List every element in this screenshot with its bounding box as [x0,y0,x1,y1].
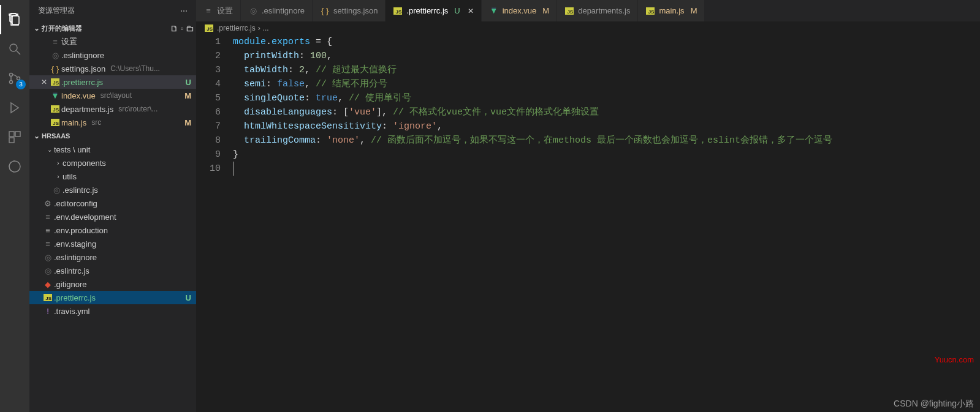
git-status: M [184,91,196,100]
sidebar: 资源管理器 ⋯ ⌄ 打开的编辑器 🗋 ▫ 🗀 ≡设置◎.eslintignore… [29,0,196,412]
braces-icon: { } [320,6,330,15]
folder-item[interactable]: ›components [29,156,196,170]
open-editor-item[interactable]: ◎.eslintignore [29,48,196,62]
svg-rect-9 [9,138,14,143]
extensions-icon[interactable] [0,122,29,152]
chevron-down-icon: ⌄ [45,146,54,153]
editor-tabs: ≡设置◎.eslintignore{ }settings.jsonJS.pret… [196,0,980,21]
explorer-icon[interactable] [0,5,29,34]
watermark: CSDN @fighting小路 [894,399,974,410]
circle-icon: ◎ [42,253,54,262]
file-item[interactable]: ≡.env.staging [29,237,196,250]
workspace-tree: ⌄tests \ unit›components›utils◎.eslintrc… [29,143,196,318]
open-editor-item[interactable]: JSdepartments.jssrc\router\... [29,102,196,116]
svg-rect-8 [15,132,20,137]
git-icon: ◆ [42,280,54,289]
svg-point-5 [10,81,13,84]
editor-tab[interactable]: JSmain.jsM [638,0,705,21]
js-icon: JS [42,294,54,301]
vue-icon: ▼ [49,91,61,100]
file-item[interactable]: ⚙.editorconfig [29,197,196,210]
file-label: settings.json [61,64,105,73]
folder-item[interactable]: ⌄tests \ unit [29,143,196,156]
file-item[interactable]: JS.prettierrc.jsU [29,291,196,304]
open-editors-list: ≡设置◎.eslintignore{ }settings.jsonC:\User… [29,35,196,129]
sidebar-title: 资源管理器 [38,6,75,16]
code-content[interactable]: module.exports = { printWidth: 100, tabW… [233,35,980,412]
git-status: M [184,118,196,127]
open-editor-item[interactable]: ≡设置 [29,35,196,48]
file-icon: ≡ [42,212,54,222]
open-editors-actions[interactable]: 🗋 ▫ 🗀 [170,24,194,33]
svg-rect-1 [12,16,19,24]
editor-tab[interactable]: ≡设置 [196,0,241,21]
chevron-down-icon: ⌄ [32,132,42,140]
editor-tab[interactable]: ▼index.vueM [482,0,558,21]
file-item[interactable]: ◎.eslintignore [29,250,196,264]
circle-icon: ◎ [248,6,258,15]
testing-icon[interactable] [0,152,29,181]
chevron-right-icon: › [54,160,63,167]
js-icon: JS [564,7,574,15]
file-item[interactable]: ≡.env.development [29,210,196,223]
watermark: Yuucn.com [935,355,974,364]
svg-line-3 [17,51,20,54]
activity-bar: 3 [0,0,29,412]
js-icon: JS [205,24,213,32]
gear-icon: ⚙ [42,199,54,208]
settings-icon: ≡ [203,6,213,15]
git-status: U [186,78,196,87]
line-numbers: 12345678910 [196,35,233,412]
file-item[interactable]: !.travis.yml [29,304,196,318]
file-label: .eslintignore [61,51,104,60]
svg-point-2 [10,44,17,51]
editor-tab[interactable]: JS.prettierrc.jsU✕ [386,0,481,21]
file-item[interactable]: ◎.eslintrc.js [29,183,196,197]
svg-rect-7 [9,132,14,137]
svg-point-4 [10,73,13,77]
chevron-right-icon: › [54,173,63,180]
file-label: main.js [61,118,86,127]
open-editor-item[interactable]: ✕JS.prettierrc.jsU [29,75,196,89]
braces-icon: { } [49,64,61,73]
js-icon: JS [393,7,403,15]
editor-area: ≡设置◎.eslintignore{ }settings.jsonJS.pret… [196,0,980,412]
run-debug-icon[interactable] [0,93,29,122]
js-icon: JS [49,78,61,86]
breadcrumb[interactable]: JS .prettierrc.js › ... [196,21,980,35]
open-editor-item[interactable]: ▼index.vuesrc\layoutM [29,89,196,102]
open-editors-header[interactable]: ⌄ 打开的编辑器 🗋 ▫ 🗀 [29,21,196,35]
editor-tab[interactable]: JSdepartments.js [557,0,638,21]
folder-item[interactable]: ›utils [29,170,196,183]
more-icon[interactable]: ⋯ [180,7,188,15]
workspace-header[interactable]: ⌄ HRSAAS [29,129,196,143]
js-icon: JS [645,7,655,15]
sidebar-header: 资源管理器 ⋯ [29,0,196,21]
search-icon[interactable] [0,34,29,64]
open-editor-item[interactable]: { }settings.jsonC:\Users\Thu... [29,62,196,75]
editor-tab[interactable]: { }settings.json [313,0,386,21]
file-item[interactable]: ≡.env.production [29,223,196,237]
scm-badge: 3 [16,80,26,89]
open-editor-item[interactable]: JSmain.jssrcM [29,116,196,129]
file-item[interactable]: ◆.gitignore [29,277,196,291]
file-label: departments.js [61,105,113,114]
chevron-down-icon: ⌄ [32,24,42,32]
file-icon: ≡ [42,226,54,235]
code-editor[interactable]: 12345678910 module.exports = { printWidt… [196,35,980,412]
vue-icon: ▼ [489,6,499,15]
file-item[interactable]: ◎.eslintrc.js [29,264,196,277]
editor-tab[interactable]: ◎.eslintignore [241,0,313,21]
close-icon[interactable]: ✕ [39,78,49,86]
source-control-icon[interactable]: 3 [0,64,29,93]
file-label: 设置 [61,36,77,47]
git-status: U [186,293,196,302]
bang-icon: ! [42,307,54,316]
file-label: .prettierrc.js [61,78,103,87]
file-icon: ≡ [42,239,54,249]
circle-icon: ◎ [49,51,61,60]
circle-icon: ◎ [50,185,63,195]
close-icon[interactable]: ✕ [468,7,474,15]
js-icon: JS [49,119,61,126]
circle-icon: ◎ [42,266,54,275]
